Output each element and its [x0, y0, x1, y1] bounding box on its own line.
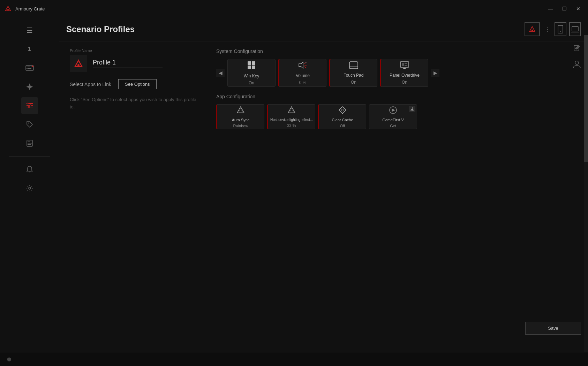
see-options-button[interactable]: See Options — [118, 79, 157, 89]
more-options-icon[interactable]: ⋮ — [543, 24, 552, 35]
window-controls: — ❐ ✕ — [545, 3, 584, 14]
profile-name-input[interactable] — [93, 59, 163, 68]
svg-marker-12 — [29, 83, 31, 86]
close-button[interactable]: ✕ — [573, 3, 584, 14]
config-section: System Configuration ◀ Win Key On — [216, 48, 578, 136]
minimize-button[interactable]: — — [545, 3, 556, 14]
select-apps-row: Select Apps to Link See Options — [70, 79, 202, 89]
svg-point-16 — [29, 86, 30, 88]
panel-overdrive-value: On — [402, 80, 407, 85]
sidebar-item-fan[interactable] — [21, 78, 38, 95]
profile-logo-icon — [73, 58, 84, 69]
app-card-clear-cache[interactable]: Clear Cache Off — [318, 104, 366, 129]
app-title: Armoury Crate — [15, 6, 545, 12]
svg-marker-63 — [288, 107, 295, 113]
system-config-title: System Configuration — [216, 48, 578, 54]
svg-point-2 — [7, 9, 9, 10]
svg-marker-13 — [30, 86, 33, 88]
gamefirst-label: GameFirst V — [382, 118, 404, 122]
scrollbar-thumb — [584, 35, 588, 162]
svg-rect-9 — [28, 68, 29, 69]
touch-pad-icon — [349, 61, 359, 71]
sidebar-item-keyboard[interactable] — [21, 60, 38, 76]
device-icon-1[interactable] — [555, 22, 566, 36]
maximize-button[interactable]: ❐ — [559, 3, 570, 14]
sidebar-item-notifications[interactable] — [21, 161, 38, 178]
sidebar-item-files[interactable] — [21, 135, 38, 152]
config-card-volume[interactable]: Volume 0 % — [278, 59, 326, 87]
svg-rect-27 — [28, 144, 31, 145]
tag-icon — [26, 121, 33, 128]
clear-cache-value: Off — [340, 124, 345, 128]
download-icon — [409, 106, 415, 112]
svg-rect-43 — [248, 61, 251, 65]
config-card-touch-pad[interactable]: Touch Pad On — [329, 59, 377, 87]
save-bar: Save — [525, 318, 581, 338]
config-card-win-key[interactable]: Win Key On — [227, 59, 276, 87]
svg-rect-56 — [402, 63, 404, 66]
svg-rect-6 — [29, 67, 30, 67]
touch-pad-value: On — [351, 80, 356, 85]
vertical-scrollbar[interactable] — [584, 35, 588, 352]
save-button[interactable]: Save — [525, 322, 581, 335]
svg-marker-15 — [26, 86, 29, 88]
keyboard-icon — [25, 64, 34, 72]
svg-point-66 — [341, 109, 344, 111]
sidebar-item-performance[interactable]: 1 — [21, 41, 38, 58]
nav-arrow-right[interactable]: ▶ — [431, 69, 439, 77]
win-key-icon — [247, 61, 256, 71]
sidebar: ☰ 1 — [0, 17, 59, 352]
svg-rect-5 — [28, 67, 29, 67]
sidebar-item-scenario[interactable] — [21, 97, 38, 114]
host-device-icon — [287, 106, 296, 116]
app-card-aura-sync[interactable]: Aura Sync Rainbow — [216, 104, 264, 129]
system-config-cards: ◀ Win Key On — [216, 59, 578, 87]
svg-marker-14 — [29, 87, 31, 90]
sidebar-item-settings[interactable] — [21, 180, 38, 197]
rog-frame-icon[interactable] — [525, 22, 540, 36]
svg-point-11 — [32, 66, 33, 67]
profile-name-label: Profile Name — [70, 48, 202, 53]
gamefirst-value: Get — [390, 124, 396, 128]
svg-rect-45 — [248, 66, 251, 69]
nav-arrow-left[interactable]: ◀ — [216, 69, 225, 77]
svg-rect-8 — [27, 68, 28, 69]
status-text: ⬤ — [7, 357, 11, 361]
svg-marker-61 — [237, 107, 244, 113]
svg-rect-58 — [405, 65, 407, 66]
sidebar-item-gamevisual[interactable] — [21, 116, 38, 133]
titlebar: Armoury Crate — ❐ ✕ — [0, 0, 588, 17]
svg-line-50 — [304, 67, 306, 68]
volume-label: Volume — [296, 73, 310, 78]
panel-overdrive-label: Panel Overdrive — [390, 73, 420, 78]
svg-rect-52 — [349, 62, 358, 69]
content-area: Profile Name Select Apps to Link See Opt… — [59, 41, 588, 143]
touch-pad-label: Touch Pad — [344, 73, 364, 78]
volume-value: 0 % — [299, 80, 307, 85]
svg-rect-34 — [572, 26, 578, 31]
svg-rect-46 — [252, 66, 255, 69]
top-area: Scenario Profiles ⋮ — [59, 17, 588, 41]
panel-overdrive-icon — [400, 61, 409, 71]
notification-icon — [26, 166, 33, 173]
svg-rect-7 — [31, 67, 32, 67]
sidebar-divider — [9, 156, 50, 157]
sidebar-item-menu[interactable]: ☰ — [21, 22, 38, 39]
svg-point-21 — [30, 105, 31, 106]
svg-point-33 — [560, 31, 561, 32]
config-card-panel-overdrive[interactable]: Panel Overdrive On — [380, 59, 428, 87]
app-logo — [4, 5, 12, 13]
select-apps-label: Select Apps to Link — [70, 82, 111, 87]
svg-rect-10 — [29, 68, 31, 69]
statusbar: ⬤ — [0, 352, 588, 366]
app-card-host-device[interactable]: Host device lighting effect... 33 % — [267, 104, 315, 129]
svg-marker-70 — [392, 108, 395, 112]
scenario-icon — [26, 102, 33, 109]
files-icon — [26, 139, 33, 147]
win-key-label: Win Key — [244, 74, 259, 78]
svg-rect-18 — [27, 105, 33, 106]
aura-sync-value: Rainbow — [233, 124, 248, 128]
rog-logo-icon — [528, 25, 537, 34]
app-card-gamefirst-v[interactable]: GameFirst V Get — [369, 104, 417, 129]
device-icon-2[interactable] — [569, 22, 581, 36]
